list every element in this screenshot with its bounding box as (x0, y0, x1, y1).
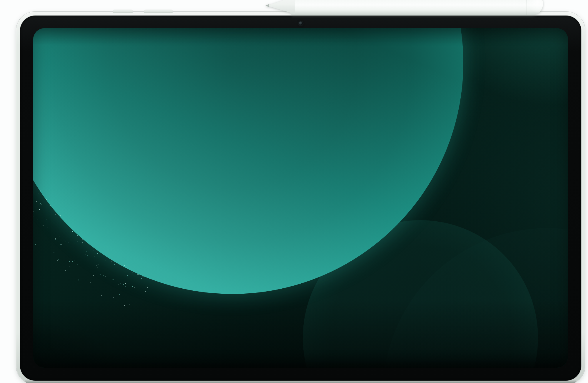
s-pen-nib (265, 4, 269, 8)
volume-button (113, 10, 133, 13)
tablet-bezel (20, 16, 581, 381)
front-camera (299, 21, 303, 25)
s-pen-body (291, 0, 543, 15)
product-photo (0, 0, 588, 383)
tablet-device (16, 12, 585, 383)
power-button (144, 10, 173, 13)
tablet-screen (33, 28, 568, 368)
s-pen-seam (527, 0, 527, 15)
s-pen-tip (267, 0, 295, 14)
screen-vignette (33, 28, 568, 368)
frame-bottom-edge (25, 380, 576, 383)
s-pen-stylus (265, 0, 543, 15)
